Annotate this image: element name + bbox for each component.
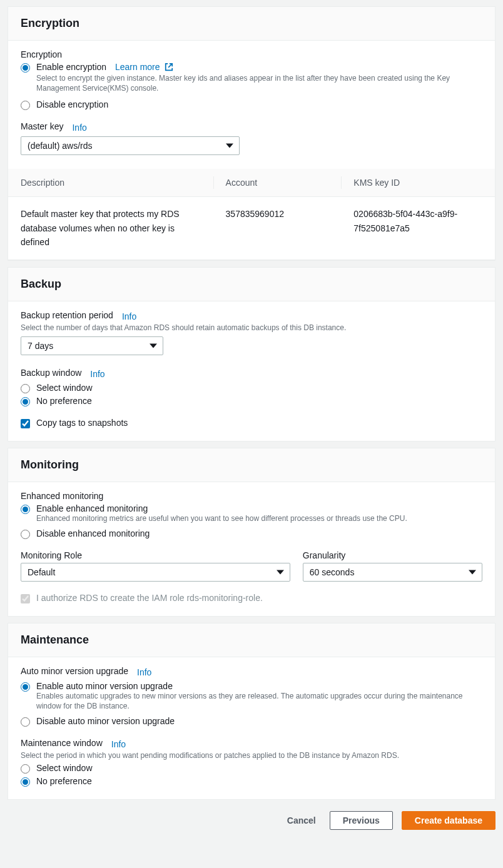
panel-header-encryption: Encryption — [8, 7, 495, 41]
radio-disable-encryption[interactable]: Disable encryption — [21, 99, 482, 110]
radio-input-maintenance-no-preference[interactable] — [21, 777, 30, 787]
create-database-button[interactable]: Create database — [402, 811, 495, 830]
panel-monitoring: Monitoring Enhanced monitoring Enable en… — [8, 448, 495, 617]
kms-col-account: Account — [213, 169, 342, 196]
radio-disable-monitoring[interactable]: Disable enhanced monitoring — [21, 528, 482, 539]
select-monitoring-role[interactable]: Default — [21, 563, 290, 582]
encryption-section-label: Encryption — [21, 49, 482, 59]
cell-description: Default master key that protects my RDS … — [8, 197, 213, 259]
radio-backup-select-window[interactable]: Select window — [21, 383, 482, 393]
checkbox-input-copy-tags[interactable] — [21, 419, 30, 428]
label-iam-authorize: I authorize RDS to create the IAM role r… — [36, 593, 263, 603]
table-row: Default master key that protects my RDS … — [8, 197, 495, 260]
label-master-key: Master key — [21, 121, 63, 131]
label-enhanced-monitoring: Enhanced monitoring — [21, 491, 482, 501]
select-master-key[interactable]: (default) aws/rds — [21, 136, 240, 155]
radio-input-enable-encryption[interactable] — [21, 63, 30, 73]
link-learn-more[interactable]: Learn more — [115, 62, 173, 72]
select-granularity-input[interactable]: 60 seconds — [303, 563, 482, 582]
kms-table: Description Account KMS key ID Default m… — [8, 169, 495, 260]
panel-backup: Backup Backup retention period Info Sele… — [8, 267, 495, 442]
info-maintenance-window[interactable]: Info — [111, 739, 126, 749]
label-auto-minor-upgrade: Auto minor version upgrade — [21, 666, 128, 676]
help-enable-monitoring: Enhanced monitoring metrics are useful w… — [36, 513, 407, 523]
radio-input-enable-monitoring[interactable] — [21, 505, 30, 514]
radio-input-backup-no-preference[interactable] — [21, 397, 30, 406]
previous-button[interactable]: Previous — [330, 811, 393, 830]
cell-kms-key-id: 0206683b-5f04-443c-a9f9-7f525081e7a5 — [341, 197, 495, 259]
cancel-button[interactable]: Cancel — [282, 812, 321, 829]
checkbox-copy-tags[interactable]: Copy tags to snapshots — [21, 418, 482, 428]
panel-header-monitoring: Monitoring — [8, 448, 495, 482]
help-enable-encryption: Select to encrypt the given instance. Ma… — [36, 73, 482, 93]
label-maintenance-no-preference: No preference — [36, 776, 92, 786]
label-maintenance-select-window: Select window — [36, 763, 93, 773]
label-enable-encryption: Enable encryption — [36, 62, 106, 72]
radio-input-disable-upgrade[interactable] — [21, 717, 30, 727]
label-copy-tags: Copy tags to snapshots — [36, 418, 128, 428]
label-granularity: Granularity — [303, 550, 482, 560]
label-disable-monitoring: Disable enhanced monitoring — [36, 528, 150, 538]
info-auto-minor-upgrade[interactable]: Info — [137, 667, 151, 677]
cell-account: 357835969012 — [213, 197, 342, 259]
radio-maintenance-no-preference[interactable]: No preference — [21, 776, 482, 787]
select-backup-retention-input[interactable]: 7 days — [21, 336, 163, 355]
radio-maintenance-select-window[interactable]: Select window — [21, 763, 482, 774]
kms-col-description: Description — [8, 169, 213, 196]
radio-input-backup-select-window[interactable] — [21, 384, 30, 393]
panel-header-maintenance: Maintenance — [8, 623, 495, 657]
checkbox-input-iam-authorize — [21, 594, 30, 603]
label-enable-monitoring: Enable enhanced monitoring — [36, 503, 148, 513]
panel-header-backup: Backup — [8, 268, 495, 301]
select-granularity[interactable]: 60 seconds — [303, 563, 482, 582]
radio-enable-monitoring[interactable]: Enable enhanced monitoring Enhanced moni… — [21, 503, 482, 523]
info-backup-window[interactable]: Info — [90, 369, 104, 379]
label-maintenance-window: Maintenance window — [21, 738, 103, 748]
select-master-key-input[interactable]: (default) aws/rds — [21, 136, 240, 155]
select-backup-retention[interactable]: 7 days — [21, 336, 163, 355]
external-link-icon — [165, 63, 173, 73]
panel-encryption: Encryption Encryption Enable encryption … — [8, 6, 495, 261]
radio-input-maintenance-select-window[interactable] — [21, 764, 30, 774]
kms-col-kms-key-id: KMS key ID — [341, 169, 495, 196]
radio-backup-no-preference[interactable]: No preference — [21, 396, 482, 406]
label-backup-window: Backup window — [21, 368, 81, 378]
checkbox-iam-authorize: I authorize RDS to create the IAM role r… — [21, 593, 482, 603]
radio-input-enable-upgrade[interactable] — [21, 682, 30, 692]
help-backup-retention: Select the number of days that Amazon RD… — [21, 323, 482, 333]
label-backup-no-preference: No preference — [36, 396, 92, 406]
radio-enable-upgrade[interactable]: Enable auto minor version upgrade Enable… — [21, 681, 482, 711]
info-backup-retention[interactable]: Info — [122, 311, 136, 321]
label-enable-upgrade: Enable auto minor version upgrade — [36, 681, 173, 691]
help-enable-upgrade: Enables automatic upgrades to new minor … — [36, 691, 482, 711]
radio-disable-upgrade[interactable]: Disable auto minor version upgrade — [21, 716, 482, 727]
footer-actions: Cancel Previous Create database — [8, 800, 495, 830]
label-disable-encryption: Disable encryption — [36, 99, 108, 109]
help-maintenance-window: Select the period in which you want pend… — [21, 750, 482, 760]
label-monitoring-role: Monitoring Role — [21, 550, 290, 560]
label-backup-select-window: Select window — [36, 383, 93, 393]
label-disable-upgrade: Disable auto minor version upgrade — [36, 716, 175, 726]
select-monitoring-role-input[interactable]: Default — [21, 563, 290, 582]
label-backup-retention: Backup retention period — [21, 310, 113, 320]
radio-input-disable-monitoring[interactable] — [21, 530, 30, 539]
radio-enable-encryption[interactable]: Enable encryption Learn more Select to e… — [21, 62, 482, 93]
info-master-key[interactable]: Info — [72, 123, 86, 133]
radio-input-disable-encryption[interactable] — [21, 101, 30, 110]
panel-maintenance: Maintenance Auto minor version upgrade I… — [8, 623, 495, 800]
